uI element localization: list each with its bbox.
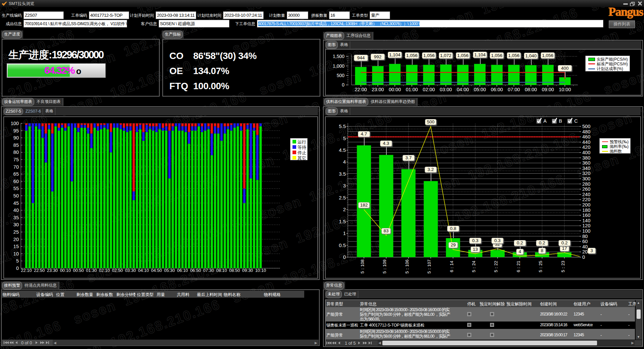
- svg-text:00:50: 00:50: [73, 268, 84, 273]
- svg-text:100: 100: [11, 121, 19, 126]
- svg-text:5：24: 5：24: [471, 261, 476, 273]
- svg-text:22:00: 22:00: [355, 87, 367, 92]
- svg-text:C: C: [574, 118, 578, 124]
- svg-text:60: 60: [582, 239, 588, 244]
- svg-text:40: 40: [13, 208, 19, 213]
- svg-text:08:50: 08:50: [229, 268, 240, 273]
- svg-text:120: 120: [582, 223, 590, 228]
- svg-text:20: 20: [582, 249, 588, 254]
- svg-text:06:50: 06:50: [190, 268, 201, 273]
- svg-text:1 of 5: 1 of 5: [345, 341, 356, 345]
- svg-text:01:00: 01:00: [406, 87, 418, 92]
- svg-text:95: 95: [13, 128, 19, 133]
- svg-text:340: 340: [582, 166, 590, 171]
- svg-text:6：14: 6：14: [449, 261, 454, 273]
- svg-text:10:00: 10:00: [559, 87, 571, 92]
- svg-text:440: 440: [582, 139, 590, 145]
- svg-text:5：107: 5：107: [427, 259, 432, 274]
- svg-text:320: 320: [582, 171, 590, 176]
- svg-text:22:50: 22:50: [34, 268, 45, 273]
- svg-text:220: 220: [582, 197, 590, 202]
- svg-text:08:00: 08:00: [525, 87, 537, 92]
- svg-text:25: 25: [13, 229, 19, 235]
- svg-text:23:00: 23:00: [372, 87, 384, 92]
- svg-text:10: 10: [13, 251, 19, 256]
- svg-text:20: 20: [13, 237, 19, 242]
- svg-text:5：23: 5：23: [560, 261, 566, 273]
- svg-text:06:00: 06:00: [491, 87, 503, 92]
- svg-text:420: 420: [582, 144, 590, 150]
- svg-text:80: 80: [582, 234, 588, 239]
- svg-text:3: 3: [343, 183, 346, 188]
- svg-text:400: 400: [582, 150, 590, 155]
- svg-text:1,000: 1,000: [333, 63, 344, 69]
- svg-text:90: 90: [13, 135, 19, 140]
- svg-text:500: 500: [337, 73, 345, 78]
- svg-text:240: 240: [582, 192, 590, 197]
- svg-text:07:00: 07:00: [508, 87, 520, 92]
- svg-text:01:30: 01:30: [86, 268, 97, 273]
- svg-text:15: 15: [13, 244, 19, 249]
- svg-text:03:00: 03:00: [440, 87, 452, 92]
- svg-text:75: 75: [13, 157, 19, 162]
- svg-text:35: 35: [13, 215, 19, 220]
- svg-text:07:30: 07:30: [203, 268, 214, 273]
- svg-text:70: 70: [13, 164, 19, 170]
- svg-text:4.5: 4.5: [339, 147, 346, 153]
- svg-text:55: 55: [13, 186, 19, 191]
- svg-text:60: 60: [13, 179, 19, 184]
- svg-text:10:10: 10:10: [255, 268, 266, 273]
- svg-text:00:00: 00:00: [389, 87, 401, 92]
- svg-text:85: 85: [13, 142, 19, 148]
- svg-text:0: 0: [343, 254, 346, 260]
- svg-text:1.5: 1.5: [339, 219, 346, 224]
- svg-text:05:00: 05:00: [474, 87, 486, 92]
- svg-text:1: 1: [343, 230, 346, 236]
- svg-text:05:30: 05:30: [164, 268, 175, 273]
- svg-text:100: 100: [582, 228, 590, 234]
- svg-text:B: B: [559, 118, 562, 124]
- svg-text:A: A: [543, 118, 547, 124]
- svg-text:5：25: 5：25: [538, 261, 543, 273]
- svg-text:09:30: 09:30: [242, 268, 253, 273]
- svg-text:5：108: 5：108: [360, 259, 365, 274]
- svg-text:02:50: 02:50: [112, 268, 123, 273]
- svg-text:460: 460: [582, 134, 590, 139]
- svg-text:50: 50: [13, 193, 19, 198]
- svg-text:380: 380: [582, 155, 590, 161]
- svg-text:2.5: 2.5: [339, 195, 346, 200]
- svg-text:1,500: 1,500: [333, 54, 344, 59]
- svg-text:08:10: 08:10: [216, 268, 227, 273]
- svg-text:300: 300: [582, 176, 590, 181]
- svg-text:6：21: 6：21: [516, 261, 521, 273]
- svg-text:5：22: 5：22: [493, 261, 498, 273]
- svg-text:03:30: 03:30: [125, 268, 136, 273]
- svg-text:200: 200: [582, 202, 590, 208]
- svg-text:23:30: 23:30: [47, 268, 58, 273]
- svg-text:0: 0: [582, 254, 585, 260]
- svg-text:0: 0: [342, 82, 344, 88]
- svg-text:00:10: 00:10: [60, 268, 71, 273]
- svg-text:04:10: 04:10: [138, 268, 149, 273]
- svg-text:5.5: 5.5: [339, 123, 346, 129]
- svg-text:3.5: 3.5: [339, 171, 346, 177]
- svg-text:30: 30: [13, 222, 19, 227]
- svg-text:180: 180: [582, 208, 590, 213]
- svg-text:360: 360: [582, 160, 590, 166]
- svg-text:260: 260: [582, 186, 590, 192]
- svg-text:5：109: 5：109: [382, 259, 387, 274]
- svg-text:02:00: 02:00: [423, 87, 435, 92]
- svg-text:4: 4: [343, 159, 346, 165]
- svg-text:45: 45: [13, 200, 19, 206]
- svg-text:0: 0: [16, 266, 19, 271]
- svg-text:160: 160: [582, 213, 590, 218]
- svg-text:5：106: 5：106: [405, 259, 410, 274]
- svg-text:04:00: 04:00: [457, 87, 469, 92]
- svg-text:140: 140: [582, 218, 590, 223]
- svg-text:06:10: 06:10: [177, 268, 188, 273]
- svg-text:80: 80: [13, 150, 19, 155]
- svg-text:2: 2: [343, 207, 346, 212]
- svg-text:09:00: 09:00: [542, 87, 554, 92]
- svg-text:65: 65: [13, 171, 19, 177]
- svg-text:0.5: 0.5: [339, 242, 346, 248]
